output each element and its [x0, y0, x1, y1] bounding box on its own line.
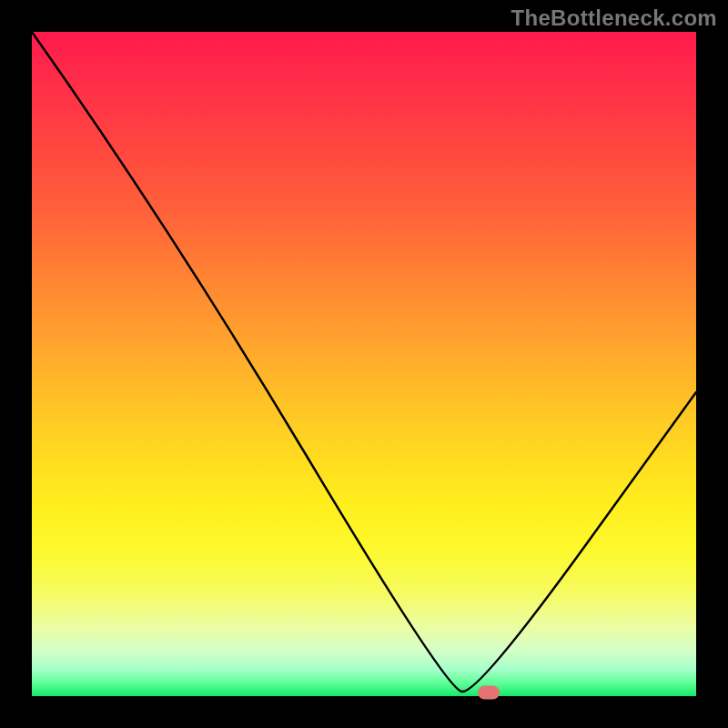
watermark-text: TheBottleneck.com [511, 5, 717, 31]
plot-background [32, 32, 696, 696]
optimal-point-marker [478, 686, 500, 700]
